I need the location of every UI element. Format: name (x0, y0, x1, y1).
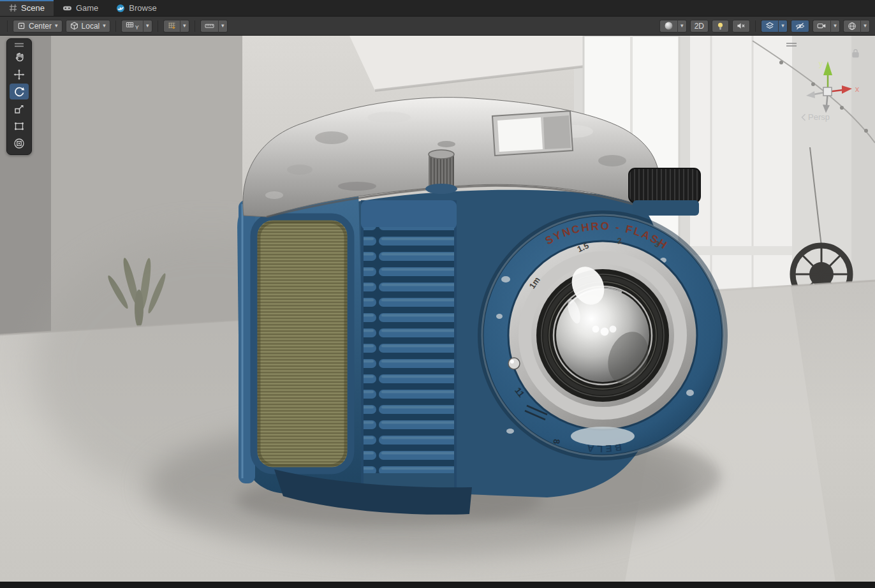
ruler-icon (205, 22, 214, 30)
pivot-icon (17, 22, 26, 30)
draw-mode-control: ▾ (659, 20, 687, 33)
orientation-label: Local (82, 22, 100, 31)
grid-visibility-control: Y ▾ (121, 20, 152, 33)
lens-assembly: SYNCHRO - FLASH 1m 1.5 2 3 11 8 (478, 210, 728, 460)
move-icon (13, 69, 25, 80)
increment-snap-caret[interactable]: ▾ (218, 20, 228, 33)
gizmos-caret[interactable]: ▾ (860, 20, 870, 33)
video-camera-icon (817, 22, 827, 30)
bottom-bar (0, 582, 875, 588)
tab-bar: Scene Game Browse (0, 0, 875, 17)
overlay-handle[interactable] (786, 42, 797, 47)
toolbar-right-group: ▾ 2D (659, 20, 870, 33)
toolbar-separator (195, 20, 195, 32)
gizmos-button[interactable] (843, 20, 860, 33)
rect-tool-icon (13, 121, 25, 132)
projection-label: Persp (808, 112, 830, 122)
scale-icon (13, 103, 25, 115)
2d-mode-toggle[interactable]: 2D (690, 20, 709, 33)
increment-snap-button[interactable] (200, 20, 218, 33)
tab-browse[interactable]: Browse (107, 0, 165, 16)
toolbar-separator (115, 20, 116, 32)
tool-rect[interactable] (10, 118, 29, 134)
scene-camera-button[interactable] (812, 20, 830, 33)
camera-settings-control: ▾ (812, 20, 840, 33)
hand-icon (13, 52, 25, 63)
gizmos-control: ▾ (843, 20, 870, 33)
toolbar-separator (755, 20, 756, 32)
shading-mode-button[interactable] (659, 20, 677, 33)
tool-hand[interactable] (10, 49, 29, 65)
scene-grid-icon (9, 4, 17, 12)
chevron-down-icon: ▾ (55, 23, 58, 29)
pivot-mode-label: Center (29, 22, 52, 31)
lens-screw (508, 358, 520, 369)
grid-options-caret[interactable]: ▾ (143, 20, 152, 33)
scene-toolbar: Center ▾ Local ▾ Y ▾ (0, 17, 875, 36)
tab-game-label: Game (76, 3, 98, 13)
snap-toggle-button[interactable] (163, 20, 180, 33)
camera-settings-caret[interactable]: ▾ (830, 20, 840, 33)
increment-snap-control: ▾ (200, 20, 228, 33)
chevron-down-icon: ▾ (103, 23, 106, 29)
grid-axis-label: Y (135, 24, 139, 32)
shaded-sphere-icon (664, 21, 673, 31)
scene-audio-toggle[interactable] (732, 20, 750, 33)
overlay-grip-handle[interactable] (7, 41, 31, 48)
scene-viewport[interactable]: SYNCHRO - FLASH 1m 1.5 2 3 11 8 (0, 36, 875, 582)
effects-caret[interactable]: ▾ (778, 20, 788, 33)
axis-y-label: y (819, 59, 823, 68)
tool-transform[interactable] (10, 135, 29, 151)
toolbar-separator (158, 20, 158, 32)
gamepad-icon (62, 4, 72, 12)
rotate-icon (13, 86, 25, 98)
tool-rotate[interactable] (10, 84, 29, 99)
grid-icon (126, 22, 134, 30)
axis-x-label: x (855, 84, 860, 94)
toolbar-separator (7, 20, 8, 32)
2d-mode-label: 2D (695, 22, 704, 31)
tab-game[interactable]: Game (54, 0, 107, 16)
unity-editor-window: Scene Game Browse (0, 0, 875, 588)
projection-toggle[interactable]: Persp (801, 112, 830, 122)
orientation-gizmo-area: y x Persp (786, 36, 875, 131)
draw-mode-caret[interactable]: ▾ (677, 20, 687, 33)
effects-control: ▾ (761, 20, 788, 33)
tool-scale[interactable] (10, 101, 29, 117)
eye-slash-icon (795, 22, 805, 31)
transform-icon (13, 138, 25, 149)
chevron-left-icon (801, 114, 806, 121)
svg-text:8: 8 (552, 439, 562, 445)
scene-lighting-toggle[interactable] (712, 20, 729, 33)
scene-visibility-toggle[interactable] (791, 20, 809, 33)
pivot-mode-dropdown[interactable]: Center ▾ (13, 20, 62, 33)
snap-options-caret[interactable]: ▾ (180, 20, 189, 33)
grid-toggle-button[interactable]: Y (121, 20, 143, 33)
light-bulb-icon (716, 22, 724, 31)
tool-move[interactable] (10, 66, 29, 82)
cube-icon (70, 22, 78, 30)
snap-grid-icon (168, 22, 176, 30)
scene-render: SYNCHRO - FLASH 1m 1.5 2 3 11 8 (0, 36, 875, 582)
audio-muted-icon (737, 22, 746, 30)
browse-globe-icon (116, 4, 125, 13)
snap-control: ▾ (163, 20, 189, 33)
tab-scene-label: Scene (21, 3, 45, 13)
scene-effects-toggle[interactable] (761, 20, 778, 33)
tab-browse-label: Browse (129, 3, 156, 13)
gizmos-globe-icon (848, 22, 857, 31)
tools-overlay (6, 38, 32, 155)
orientation-dropdown[interactable]: Local ▾ (66, 20, 110, 33)
effects-layers-icon (765, 22, 774, 30)
tab-scene[interactable]: Scene (0, 0, 54, 16)
